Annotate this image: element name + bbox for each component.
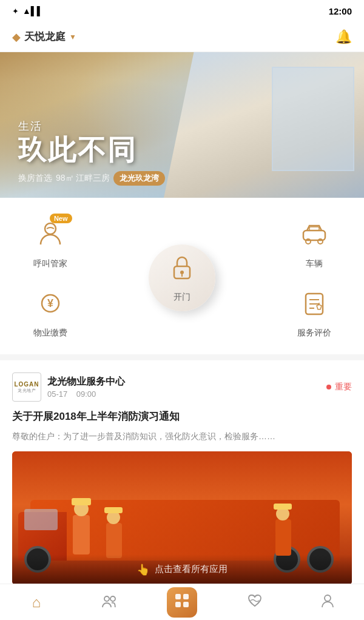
news-date-val: 05-17: [47, 389, 67, 399]
payment-icon-wrap: ¥: [32, 286, 69, 323]
status-right: 12:00: [329, 6, 352, 16]
butler-new-badge: New: [50, 214, 72, 223]
service-icon: [300, 289, 329, 320]
news-source-info: 龙光物业服务中心 05-17 09:00: [47, 376, 125, 399]
click-overlay[interactable]: 👆 点击查看所有应用: [12, 554, 352, 585]
banner: 生活 玖此不同 换房首选 98㎡ 江畔三房 龙光玖龙湾: [0, 52, 364, 198]
status-left: ✦ ▲▌▌: [12, 6, 43, 16]
truck-window: [24, 509, 58, 530]
svg-rect-19: [175, 602, 181, 607]
click-all-apps-text: 👆 点击查看所有应用: [136, 563, 228, 576]
dropdown-arrow-icon: ▼: [69, 33, 76, 41]
news-excerpt: 尊敬的住户：为了进一步普及消防知识，强化防火意识，检验服务……: [12, 430, 352, 443]
banner-room-image: [164, 52, 364, 198]
svg-rect-4: [303, 231, 325, 240]
nav-home[interactable]: ⌂: [0, 594, 73, 611]
nav-profile[interactable]: [291, 593, 364, 612]
svg-rect-17: [175, 594, 181, 599]
svg-point-15: [104, 596, 109, 601]
community-icon: [101, 593, 117, 612]
banner-tag: 龙光玖龙湾: [113, 171, 165, 186]
banner-subtitle: 生活: [18, 119, 165, 133]
svg-text:¥: ¥: [47, 297, 53, 309]
service-label: 服务评价: [297, 328, 331, 339]
bell-icon[interactable]: 🔔: [335, 29, 352, 45]
news-badge: 重要: [326, 382, 352, 393]
svg-point-16: [110, 596, 115, 601]
action-service[interactable]: 服务评价: [270, 279, 358, 348]
service-icon-wrap: [296, 286, 332, 323]
fire-scene-bg: 👆 点击查看所有应用: [12, 451, 352, 585]
nav-apps[interactable]: [146, 587, 218, 618]
open-door-button[interactable]: 开门: [149, 244, 215, 311]
news-time-val: 09:00: [76, 389, 96, 399]
butler-icon: [36, 219, 65, 252]
action-vehicle[interactable]: 车辆: [270, 210, 358, 279]
svg-marker-14: [317, 305, 322, 309]
signal-icon: ▲▌▌: [22, 6, 43, 16]
svg-point-2: [180, 271, 184, 274]
news-section: LOGAN 龙光地产 龙光物业服务中心 05-17 09:00 重要 关于开展2…: [0, 360, 364, 597]
nav-community[interactable]: [73, 593, 146, 612]
vehicle-icon: [300, 220, 329, 251]
bluetooth-icon: ✦: [12, 7, 19, 16]
vehicle-icon-wrap: [296, 217, 332, 254]
logan-logo: LOGAN 龙光地产: [12, 372, 41, 402]
lock-icon: [167, 253, 197, 289]
profile-icon: [320, 593, 335, 612]
svg-rect-18: [183, 594, 189, 599]
news-title[interactable]: 关于开展2018年上半年消防演习通知: [12, 409, 352, 425]
svg-rect-20: [183, 602, 189, 607]
quick-actions: New 呼叫管家 开门: [0, 198, 364, 354]
news-date: 05-17 09:00: [47, 389, 125, 399]
location-name: 天悦龙庭: [24, 30, 66, 44]
worker-1: [73, 515, 90, 554]
news-source: LOGAN 龙光地产 龙光物业服务中心 05-17 09:00: [12, 372, 125, 402]
status-bar: ✦ ▲▌▌ 12:00: [0, 0, 364, 22]
actions-grid: New 呼叫管家 开门: [6, 210, 358, 348]
life-icon: [247, 593, 263, 612]
news-source-name: 龙光物业服务中心: [47, 376, 125, 388]
news-badge-label: 重要: [335, 382, 352, 393]
open-door-label: 开门: [174, 292, 190, 303]
bottom-nav: ⌂: [0, 584, 364, 620]
banner-title: 玖此不同: [18, 136, 165, 164]
worker-3: [275, 519, 291, 556]
home-icon: ⌂: [32, 594, 41, 611]
action-open-door[interactable]: 开门: [94, 210, 270, 348]
butler-icon-wrap: New: [32, 217, 69, 254]
apps-center-button[interactable]: [167, 587, 197, 618]
apps-icon: [174, 592, 190, 613]
svg-point-21: [325, 595, 331, 601]
vehicle-label: 车辆: [306, 258, 323, 269]
payment-icon: ¥: [36, 289, 65, 320]
location-pin-icon: ◆: [12, 30, 21, 44]
banner-desc: 换房首选 98㎡ 江畔三房 龙光玖龙湾: [18, 171, 165, 186]
banner-area: 98㎡ 江畔三房: [56, 173, 110, 184]
app-header: ◆ 天悦龙庭 ▼ 🔔: [0, 22, 364, 52]
location-area[interactable]: ◆ 天悦龙庭 ▼: [12, 30, 76, 44]
payment-label: 物业缴费: [33, 328, 67, 339]
nav-life[interactable]: [218, 593, 291, 612]
logan-text: LOGAN: [14, 381, 39, 388]
banner-desc-prefix: 换房首选: [18, 173, 52, 184]
news-image[interactable]: 👆 点击查看所有应用: [12, 451, 352, 585]
action-payment[interactable]: ¥ 物业缴费: [6, 279, 94, 348]
svg-point-0: [45, 223, 56, 234]
worker-2: [106, 523, 122, 558]
action-butler[interactable]: New 呼叫管家: [6, 210, 94, 279]
butler-label: 呼叫管家: [33, 258, 67, 269]
status-time: 12:00: [329, 6, 352, 16]
hand-icon: 👆: [136, 563, 150, 576]
red-dot-icon: [326, 385, 331, 389]
banner-text: 生活 玖此不同 换房首选 98㎡ 江畔三房 龙光玖龙湾: [18, 119, 165, 186]
news-header: LOGAN 龙光地产 龙光物业服务中心 05-17 09:00 重要: [12, 372, 352, 402]
logan-subtext: 龙光地产: [18, 388, 36, 394]
